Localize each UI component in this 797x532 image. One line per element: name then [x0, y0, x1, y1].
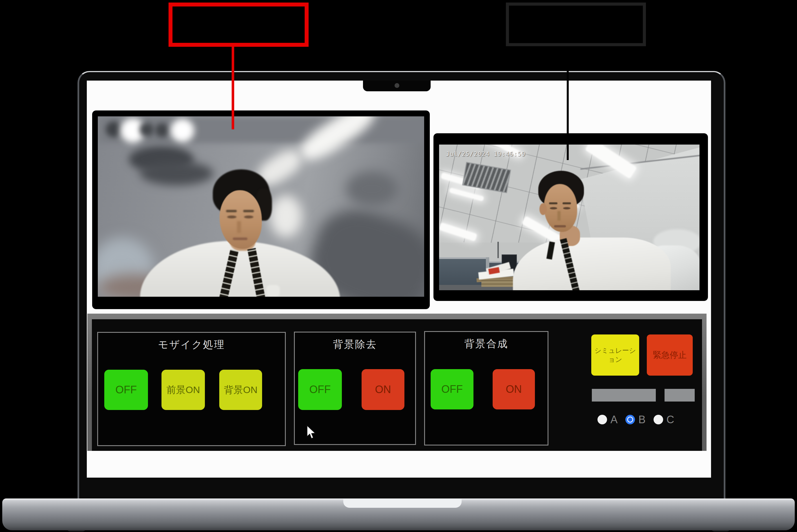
callout-line-camera	[567, 47, 569, 160]
mode-radio-group: A B C	[597, 413, 699, 426]
bg-removal-on-button[interactable]: ON	[362, 369, 404, 410]
mouse-cursor-icon	[306, 425, 317, 441]
bg-composite-on-button[interactable]: ON	[493, 369, 535, 410]
mosaic-foreground-on-button[interactable]: 前景ON	[162, 370, 205, 410]
bg-removal-off-button[interactable]: OFF	[298, 369, 342, 410]
simulation-button[interactable]: シミュレーション	[591, 335, 639, 376]
radio-a-label: A	[610, 414, 618, 426]
bg-composite-off-button[interactable]: OFF	[431, 369, 473, 410]
radio-c-label: C	[666, 414, 674, 426]
radio-option-c[interactable]: C	[653, 414, 674, 426]
processed-video	[98, 116, 424, 297]
section-bg-composite-title: 背景合成	[425, 337, 548, 351]
radio-c-icon[interactable]	[653, 415, 663, 424]
emergency-stop-button[interactable]: 緊急停止	[647, 335, 693, 376]
laptop-base-notch	[343, 498, 462, 508]
video-timestamp: Jul/25/2024 19:46:59	[446, 151, 526, 157]
section-bg-removal-title: 背景除去	[295, 338, 415, 352]
indicator-bar-2	[665, 389, 695, 401]
radio-option-a[interactable]: A	[597, 414, 618, 426]
radio-b-label: B	[638, 414, 645, 426]
radio-b-icon[interactable]	[625, 415, 635, 424]
radio-option-b[interactable]: B	[625, 414, 645, 426]
mosaic-background-on-button[interactable]: 背景ON	[219, 370, 262, 410]
callout-box-processed	[169, 2, 309, 47]
webcam-icon	[395, 83, 399, 88]
callout-box-camera	[506, 2, 646, 46]
mosaic-off-button[interactable]: OFF	[104, 370, 148, 410]
radio-a-icon[interactable]	[597, 415, 607, 424]
camera-video: Jul/25/2024 19:46:59	[439, 145, 700, 290]
indicator-bar-1	[592, 389, 656, 401]
section-mosaic-title: モザイク処理	[98, 338, 285, 352]
callout-line-processed	[232, 47, 234, 129]
